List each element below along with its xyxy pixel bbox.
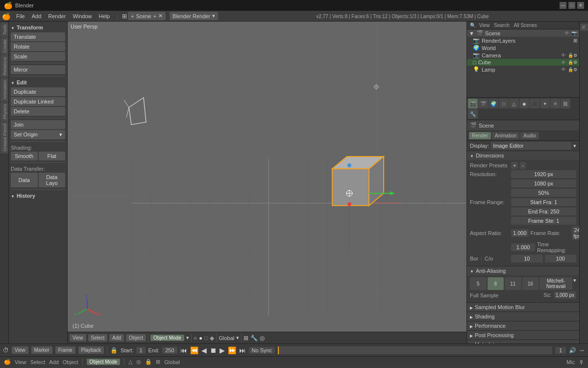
prop-obj-icon[interactable]: □ [499,99,509,108]
motion-blur-header[interactable]: Sampled Motion Blur [467,303,579,312]
timeline-ruler[interactable] [278,346,552,354]
render-tab-btn[interactable]: Render [469,132,491,139]
global-dropdown[interactable]: ▾ [236,335,239,341]
shading-header-render[interactable]: Shading [467,312,579,321]
minimize-button[interactable]: — [560,2,566,9]
prop-material-icon[interactable]: ◆ [519,99,529,108]
audio-tab-btn[interactable]: Audio [520,132,539,139]
play-btn[interactable]: ▶ [220,346,225,354]
aa-filter-dropdown[interactable]: ▾ [573,277,576,290]
aa-btn-16[interactable]: 16 [522,277,539,290]
outliner-camera[interactable]: 📷 Camera 👁 🔒⚙ [467,52,579,59]
scene-eye[interactable]: 👁 [564,30,569,36]
cro-value[interactable]: 100 [545,255,577,263]
asp-x-value[interactable]: 1.000 [511,229,529,237]
res-y-value[interactable]: 1080 px [511,180,576,187]
end-val[interactable]: 250 [162,347,177,354]
outliner-world[interactable]: 🌍 World [467,44,579,52]
asp-y-value[interactable]: 1.000 [511,243,535,251]
prop-render-icon[interactable]: 🎬 [468,99,478,108]
stop-btn[interactable]: ⏹ [210,346,217,354]
fps-value[interactable]: 24 fps [572,226,579,240]
menu-file[interactable]: File [13,12,28,20]
search-tab[interactable]: Search [494,23,510,28]
timeline-frame-btn[interactable]: Frame [55,346,75,354]
lamp-eye[interactable]: 👁 [561,67,566,72]
mode-dropdown[interactable]: ▾ [186,335,189,341]
outliner-renderlayers[interactable]: 📷 RenderLayers ⊞ [467,37,579,44]
prop-mesh-icon[interactable]: △ [509,99,519,108]
menu-add[interactable]: Add [29,12,45,20]
sidebar-tab-physics[interactable]: Physics [0,102,8,121]
anti-alias-header[interactable]: Anti-Aliasing [467,266,579,275]
select-button[interactable]: Select [88,334,108,342]
display-value[interactable]: Image Editor [491,142,571,150]
join-button[interactable]: Join [11,120,65,129]
data-layo-button[interactable]: Data Layo [39,173,66,187]
timeline-playback-btn[interactable]: Playback [78,346,104,354]
goto-start-btn[interactable]: ⏮ [180,346,187,354]
post-processing-header[interactable]: Post Processing [467,331,579,340]
mirror-button[interactable]: Mirror [11,65,65,74]
start-val[interactable]: 1 [136,347,145,354]
cube-eye[interactable]: 👁 [561,60,566,65]
statusbar-object[interactable]: Object [63,359,78,365]
statusbar-select[interactable]: Select [30,359,46,365]
view-tab[interactable]: View [479,23,490,28]
aa-btn-5[interactable]: 5 [470,277,487,290]
scale-button[interactable]: Scale [11,52,65,61]
res-x-value[interactable]: 1920 px [511,170,576,178]
smooth-button[interactable]: Smooth [11,152,38,160]
duplicate-linked-button[interactable]: Duplicate Linked [11,97,65,106]
rsidebar-tab-1[interactable]: N [580,24,588,31]
prop-physics-icon[interactable]: ⚛ [550,99,560,108]
maximize-button[interactable]: □ [568,2,575,9]
goto-end-btn[interactable]: ⏭ [239,346,246,354]
start-fra-value[interactable]: Start Fra: 1 [511,198,576,206]
timeline-view-btn[interactable]: View [12,346,28,354]
sidebar-tab-create[interactable]: Create [0,37,8,54]
play-reverse-btn[interactable]: ◀ [201,346,207,354]
prop-texture-icon[interactable]: ⬛ [530,99,539,108]
cam-eye[interactable]: 👁 [561,53,566,58]
aa-btn-8[interactable]: 8 [488,277,504,290]
animation-tab-btn[interactable]: Animation [492,132,519,139]
metadata-header[interactable]: Metadata [467,340,579,343]
global-status[interactable]: Global [164,359,180,365]
prop-particle-icon[interactable]: ✦ [540,99,550,108]
close-button[interactable]: ✕ [577,2,584,9]
prev-frame-btn[interactable]: ⏪ [190,346,198,354]
presets-remove[interactable]: - [520,162,526,169]
menu-render[interactable]: Render [45,12,69,20]
mic-label[interactable]: Mic [566,359,575,365]
menu-help[interactable]: Help [96,12,113,20]
aa-btn-11[interactable]: 11 [505,277,521,290]
data-button[interactable]: Data [11,173,38,187]
prop-constraint-icon[interactable]: ⛓ [561,99,570,108]
res-pct-value[interactable]: 50% [511,189,576,197]
statusbar-add[interactable]: Add [49,359,59,365]
dimensions-header[interactable]: Dimensions [467,151,579,160]
next-frame-btn[interactable]: ⏩ [228,346,236,354]
prop-scene-icon[interactable]: 🎬 [478,99,488,108]
end-fra-value[interactable]: End Fra: 250 [511,208,576,215]
outliner-scene[interactable]: ▼ 🎬 Scene 👁 📷 [467,29,579,37]
flat-button[interactable]: Flat [39,152,66,160]
presets-add[interactable]: + [511,162,518,169]
view-button[interactable]: View [70,334,86,342]
siz-value[interactable]: 1,000 px [554,291,576,299]
object-button[interactable]: Object [126,334,146,342]
no-sync-label[interactable]: No Sync [249,347,275,354]
render-engine-tab[interactable]: Blender Render ▾ [170,12,218,20]
menu-window[interactable]: Window [70,12,95,20]
prop-modifier-icon[interactable]: 🔧 [468,109,478,119]
translate-button[interactable]: Translate [11,32,65,41]
duplicate-button[interactable]: Duplicate [11,87,65,96]
all-scenes-tab[interactable]: All Scenes [514,23,537,28]
add-button[interactable]: Add [109,334,124,342]
sidebar-tab-relations[interactable]: Relations [0,55,8,78]
sidebar-tab-animation[interactable]: Animation [0,78,8,102]
performance-header[interactable]: Performance [467,321,579,330]
frame-ste-value[interactable]: Frame Ste: 1 [511,217,576,225]
display-dropdown[interactable]: ▾ [573,143,576,149]
